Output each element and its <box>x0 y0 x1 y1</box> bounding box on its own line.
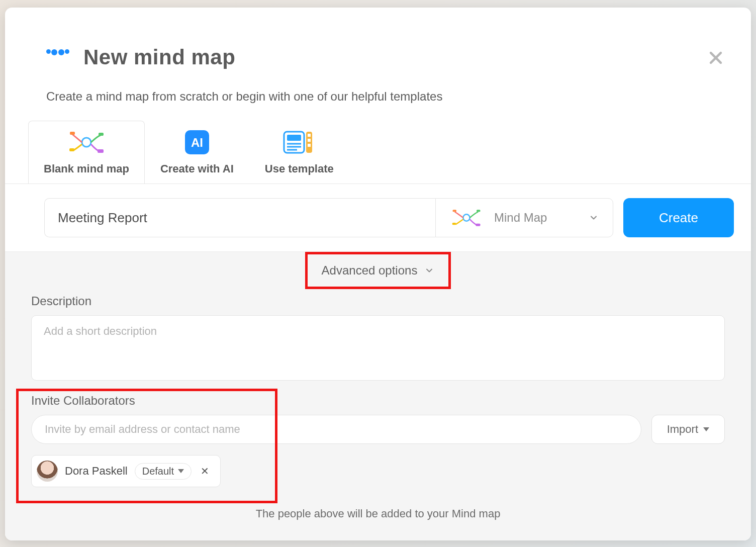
svg-text:AI: AI <box>191 136 203 149</box>
svg-rect-14 <box>308 139 311 142</box>
advanced-options-label: Advanced options <box>322 263 418 278</box>
svg-rect-13 <box>308 134 311 137</box>
collaborator-role-label: Default <box>142 466 174 477</box>
close-icon <box>707 49 724 66</box>
new-mind-map-modal: New mind map Create a mind map from scra… <box>5 8 751 540</box>
svg-rect-8 <box>287 135 301 141</box>
caret-down-icon <box>178 469 184 473</box>
description-input[interactable] <box>31 315 725 381</box>
invite-input[interactable] <box>31 415 641 444</box>
mindmap-name-input[interactable] <box>44 198 435 237</box>
mindmap-colored-icon <box>68 130 105 154</box>
caret-down-icon <box>703 427 709 431</box>
svg-rect-20 <box>476 224 480 226</box>
create-button[interactable]: Create <box>623 198 734 237</box>
import-button-label: Import <box>667 423 698 436</box>
svg-rect-4 <box>98 149 104 153</box>
mindmap-type-select[interactable]: Mind Map <box>435 198 613 237</box>
collaborator-name: Dora Paskell <box>65 465 128 478</box>
collaborator-role-select[interactable]: Default <box>135 463 192 480</box>
tab-label: Blank mind map <box>44 162 129 175</box>
tab-label: Create with AI <box>160 162 234 175</box>
svg-rect-1 <box>70 132 75 135</box>
modal-title: New mind map <box>83 45 235 69</box>
chevron-down-icon <box>424 265 434 276</box>
tab-create-with-ai[interactable]: AI Create with AI <box>145 121 249 184</box>
svg-rect-2 <box>99 133 104 136</box>
mindmap-type-label: Mind Map <box>494 211 578 225</box>
template-icon <box>281 130 317 154</box>
invite-collaborators-label: Invite Collaborators <box>31 394 725 408</box>
remove-collaborator-button[interactable]: ✕ <box>199 465 211 477</box>
modal-subtitle: Create a mind map from scratch or begin … <box>46 89 711 104</box>
advanced-options-toggle[interactable]: Advanced options <box>305 252 451 289</box>
description-label: Description <box>31 294 725 308</box>
avatar <box>37 461 58 482</box>
svg-rect-19 <box>452 223 456 225</box>
mindmap-type-icon <box>450 208 483 228</box>
import-button[interactable]: Import <box>651 415 725 444</box>
svg-rect-3 <box>69 148 74 151</box>
svg-point-0 <box>82 138 91 147</box>
tab-blank-mind-map[interactable]: Blank mind map <box>28 121 145 184</box>
ai-icon: AI <box>179 130 215 154</box>
mindmap-logo-icon <box>46 49 69 65</box>
tab-use-template[interactable]: Use template <box>249 121 349 184</box>
close-button[interactable] <box>706 48 726 68</box>
chevron-down-icon <box>589 213 599 223</box>
svg-rect-17 <box>453 210 457 212</box>
tab-label: Use template <box>265 162 334 175</box>
svg-rect-15 <box>308 144 311 147</box>
svg-point-16 <box>463 214 469 221</box>
svg-rect-18 <box>477 210 481 212</box>
collaborators-note: The people above will be added to your M… <box>31 507 725 520</box>
collaborator-chip: Dora Paskell Default ✕ <box>31 455 221 487</box>
